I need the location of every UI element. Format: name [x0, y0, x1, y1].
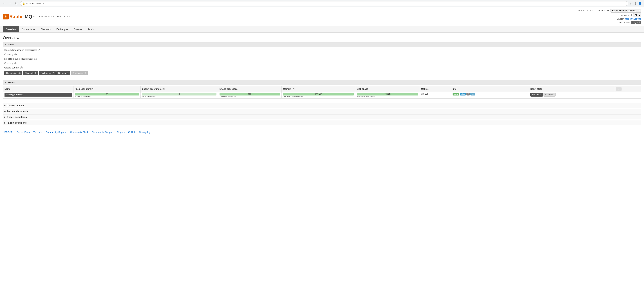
tab-overview[interactable]: Overview: [3, 26, 19, 33]
this-node-button[interactable]: This node: [530, 93, 543, 97]
nodes-section: ▼ Nodes Name File descriptors ? Socket d…: [3, 80, 641, 100]
url-text: localhost:15672/#/: [26, 2, 626, 5]
info-cell: basic disc 2 rss: [451, 92, 529, 99]
socket-desc-value: 0: [142, 93, 216, 96]
erlang-proc-available: 1048576 available: [220, 96, 280, 98]
footer-server-docs[interactable]: Server Docs: [17, 131, 30, 134]
footer-changelog[interactable]: Changelog: [139, 131, 150, 134]
cluster-link[interactable]: rabbit@rabbitmq: [625, 18, 641, 20]
tag-disc: disc: [460, 93, 466, 96]
import-arrow: ▶: [4, 122, 6, 124]
uptime-value: 3m 33s: [421, 93, 428, 95]
back-button[interactable]: ←: [2, 1, 6, 6]
reset-cell: This node All nodes: [529, 92, 614, 99]
virtual-host-select[interactable]: All: [633, 13, 641, 17]
profile-icon[interactable]: 👤: [638, 2, 642, 5]
refreshed-text: Refreshed 2021-10-18 11:09:23: [578, 9, 609, 12]
user-label: User: [618, 21, 622, 24]
consumers-count-btn[interactable]: Consumers: 0: [70, 71, 88, 75]
file-desc-help[interactable]: ?: [92, 88, 94, 90]
node-name: rabbit@rabbitmq: [4, 93, 72, 97]
col-info: Info: [451, 86, 529, 92]
footer-community-slack[interactable]: Community Slack: [70, 131, 88, 134]
socket-desc-cell: 0 943629 available: [140, 92, 218, 99]
message-rates-help[interactable]: ?: [34, 58, 37, 60]
tab-exchanges[interactable]: Exchanges: [54, 26, 71, 33]
col-plus-minus: +/-: [614, 86, 641, 92]
tag-rss: rss: [470, 93, 475, 96]
file-desc-value: 36: [75, 93, 139, 96]
all-nodes-button[interactable]: All nodes: [544, 93, 556, 97]
footer-commercial-support[interactable]: Commercial Support: [92, 131, 114, 134]
app-footer: HTTP API Server Docs Tutorials Community…: [0, 129, 644, 135]
footer-tutorials[interactable]: Tutorials: [33, 131, 42, 134]
exchanges-count-btn[interactable]: Exchanges: 7: [39, 71, 56, 75]
socket-desc-help[interactable]: ?: [162, 88, 164, 90]
nodes-table: Name File descriptors ? Socket descripto…: [3, 86, 641, 99]
plus-minus-button[interactable]: +/-: [616, 87, 622, 91]
memory-value: 143 MiB: [283, 93, 354, 96]
export-section: ▶ Export definitions: [3, 114, 641, 119]
uptime-cell: 3m 33s: [420, 92, 451, 99]
footer-community-support[interactable]: Community Support: [46, 131, 66, 134]
logout-button[interactable]: Log out: [631, 21, 641, 24]
memory-cell: 143 MiB 795 MiB high watermark: [282, 92, 355, 99]
nodes-arrow: ▼: [5, 81, 6, 83]
footer-plugins[interactable]: Plugins: [117, 131, 124, 134]
file-desc-cell: 36 1048576 available: [73, 92, 140, 99]
bookmark-icon[interactable]: ☆: [630, 2, 632, 5]
address-bar: 🔒 localhost:15672/#/: [20, 1, 628, 6]
export-header[interactable]: ▶ Export definitions: [3, 114, 641, 119]
currently-idle-1: Currently idle: [3, 53, 641, 56]
footer-github[interactable]: GitHub: [128, 131, 136, 134]
rabbitmq-version: RabbitMQ 3.9.7: [39, 15, 54, 18]
app-header: b Rabbit MQ TM RabbitMQ 3.9.7 Erlang 24.…: [0, 7, 644, 26]
file-desc-available: 1048576 available: [75, 96, 139, 98]
global-counts-buttons: Connections: 0 Channels: 0 Exchanges: 7 …: [3, 71, 641, 76]
disk-watermark: x MiB low watermark: [357, 96, 418, 98]
reload-button[interactable]: ↻: [14, 1, 18, 6]
refresh-row: Refreshed 2021-10-18 11:09:23 Refresh ev…: [578, 9, 641, 13]
memory-help[interactable]: ?: [292, 88, 294, 90]
import-label: Import definitions: [7, 121, 27, 124]
user-row: User admin Log out: [578, 21, 641, 24]
col-name: Name: [3, 86, 74, 92]
cluster-label: Cluster: [617, 18, 624, 20]
main-nav: Overview Connections Channels Exchanges …: [0, 26, 644, 33]
logo-area: b Rabbit MQ TM: [3, 14, 35, 20]
logo-mq: MQ: [25, 14, 32, 20]
global-counts-help[interactable]: ?: [20, 67, 23, 69]
queues-count-btn[interactable]: Queues: 0: [56, 71, 70, 75]
tab-connections[interactable]: Connections: [19, 26, 38, 33]
user-name: admin: [624, 21, 630, 24]
tab-admin[interactable]: Admin: [85, 26, 97, 33]
disk-cell: 24 GiB x MiB low watermark: [355, 92, 420, 99]
erlang-proc-value: 395: [220, 93, 280, 96]
erlang-version: Erlang 24.1.2: [57, 15, 70, 18]
refresh-select[interactable]: Refresh every 5 seconds Refresh every 10…: [610, 9, 641, 13]
export-label: Export definitions: [7, 116, 27, 118]
connections-count-btn[interactable]: Connections: 0: [4, 71, 22, 75]
ports-header[interactable]: ▶ Ports and contexts: [3, 109, 641, 114]
tab-channels[interactable]: Channels: [38, 26, 54, 33]
col-erlang-proc: Erlang processes: [218, 86, 282, 92]
info-tags: basic disc 2 rss: [452, 93, 527, 96]
import-header[interactable]: ▶ Import definitions: [3, 120, 641, 125]
menu-icon[interactable]: ⋮: [634, 2, 637, 5]
lock-icon: 🔒: [22, 2, 25, 5]
virtual-host-label: Virtual host: [621, 14, 632, 17]
forward-button[interactable]: →: [8, 1, 12, 6]
global-counts-row: Global counts ?: [3, 66, 641, 69]
churn-header[interactable]: ▶ Churn statistics: [3, 103, 641, 108]
churn-arrow: ▶: [4, 105, 6, 107]
footer-http-api[interactable]: HTTP API: [3, 131, 13, 134]
nodes-label: Nodes: [8, 81, 15, 84]
tab-queues[interactable]: Queues: [71, 26, 85, 33]
queued-help[interactable]: ?: [38, 49, 41, 51]
nodes-section-header[interactable]: ▼ Nodes: [3, 80, 641, 85]
totals-section-header[interactable]: ▼ Totals: [3, 42, 641, 47]
reset-buttons: This node All nodes: [530, 93, 613, 97]
channels-count-btn[interactable]: Channels: 0: [23, 71, 38, 75]
queued-messages-row: Queued messages last minute ?: [3, 48, 641, 52]
logo-rabbit: Rabbit: [9, 14, 24, 20]
